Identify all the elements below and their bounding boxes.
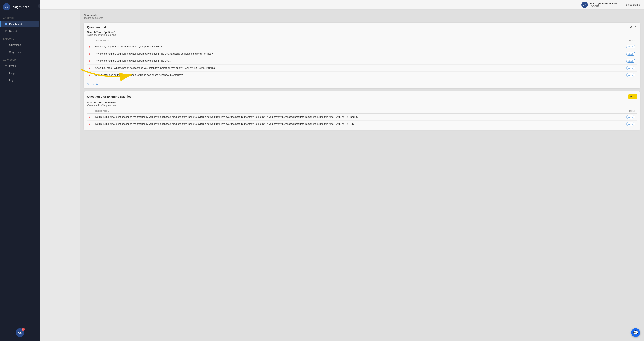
page-header: Comments Testing comments [84,13,640,19]
sidebar-bottom: CS 23 [0,326,40,341]
question-icon: ? [4,43,8,46]
table-row: ♥How many of your closest friends share … [87,43,637,50]
sidebar-item-profile[interactable]: Profile [1,62,39,69]
sidebar-item-segments[interactable]: Segments [1,49,39,55]
svg-text:CS: CS [5,5,8,8]
dashlet2-search-term: Search Term: "television" [87,101,637,104]
sidebar-avatar[interactable]: CS 23 [16,328,24,337]
question-description: [Matrix 1389] What best describes the fr… [93,121,613,128]
sidebar: CS InsightStore ‹ ANALYZE Dashboard Repo… [0,0,40,341]
civic-science-logo: CS [3,3,10,10]
segments-icon [4,50,8,54]
more-options-icon-2[interactable]: ⋮ [633,95,636,98]
sidebar-avatar-area[interactable]: CS 23 [0,326,40,339]
col-role-1: ROLE [588,38,637,43]
role-badge: Value [626,45,635,48]
question-description: How many of your closest friends share y… [93,43,588,50]
sidebar-section-analyze: ANALYZE [0,14,40,20]
dashlet1-type: Value and Profile questions [87,34,637,36]
table-row: ♥What do you see as the major reason for… [87,71,637,79]
dashlet2-type: Value and Profile questions [87,104,637,107]
role-badge: Value [626,115,635,119]
dashlet2-controls: ✥ ⋮ [628,94,637,99]
topbar-greeting: Hey, Cyn Sales Demo! [590,2,617,5]
favorite-icon[interactable]: ♥ [88,122,90,126]
sidebar-item-reports[interactable]: Reports [1,28,39,34]
dashlet2-meta: Search Term: "television" Value and Prof… [84,101,640,109]
topbar-avatar: CN [582,1,588,8]
sidebar-item-logout-label: Logout [9,79,17,82]
sidebar-item-reports-label: Reports [9,30,18,33]
table-row: ♥[Checkbox 4060] What types of podcasts … [87,64,637,71]
dashlet1-table-wrapper: DESCRIPTION ROLE ♥How many of your close… [84,38,640,81]
dashlet-question-list-example: Question List Example Dashlet ✥ ⋮ Search… [84,91,640,130]
avatar-badge: 23 [22,328,25,331]
sidebar-item-help[interactable]: ? Help [1,69,39,76]
question-description: [Checkbox 4060] What types of podcasts d… [93,64,588,71]
favorite-icon[interactable]: ♥ [88,115,90,119]
topbar-info: Hey, Cyn Sales Demo! LOGOUT ↪ [590,2,617,7]
chat-button[interactable]: 💬 [631,328,640,337]
dashlet2-highlighted-controls: ✥ ⋮ [628,94,637,99]
logout-icon [4,78,8,82]
topbar-divider [621,2,622,8]
sidebar-item-dashboard[interactable]: Dashboard [1,20,39,27]
favorite-icon[interactable]: ♥ [88,52,90,55]
more-options-icon[interactable]: ⋮ [634,25,637,29]
question-description: What do you see as the major reason for … [93,71,588,79]
col-role-2: ROLE [613,109,637,114]
table-row: ♥[Matrix 1389] What best describes the f… [87,113,637,121]
topbar: CN Hey, Cyn Sales Demo! LOGOUT ↪ Sales D… [40,0,644,9]
sidebar-item-logout[interactable]: Logout [1,77,39,83]
col-description-1: DESCRIPTION [93,38,588,43]
favorite-icon[interactable]: ♥ [88,45,90,48]
sidebar-section-explore: EXPLORE [0,35,40,41]
favorite-icon[interactable]: ♥ [88,73,90,76]
role-badge: Value [626,59,635,63]
col-description-2: DESCRIPTION [93,109,613,114]
dashlet1-controls: ✥ ⋮ [630,25,637,29]
question-role: Value [588,43,637,50]
role-badge: Value [626,122,635,126]
svg-rect-4 [4,24,6,25]
sidebar-item-segments-label: Segments [9,51,21,54]
question-description: How concerned are you right now about po… [93,50,588,57]
svg-rect-14 [4,53,8,53]
person-icon [4,64,8,67]
question-role: Value [588,64,637,71]
svg-text:?: ? [6,72,6,74]
dashlet2-title: Question List Example Dashlet [87,95,131,98]
question-description: [Matrix 1389] What best describes the fr… [93,113,613,121]
question-description: How concerned are you right now about po… [93,57,588,64]
favorite-icon[interactable]: ♥ [88,66,90,69]
help-icon: ? [4,71,8,74]
topbar-org-name: Sales Demo [626,3,640,6]
role-badge: Value [626,66,635,70]
chat-icon: 💬 [633,330,638,335]
dashlet1-meta: Search Term: "politics" Value and Profil… [84,31,640,38]
dashlet1-title: Question List [87,25,106,29]
sidebar-item-questions-label: Questions [9,43,21,46]
svg-rect-3 [6,22,8,24]
favorite-icon[interactable]: ♥ [88,59,90,62]
role-badge: Value [626,73,635,77]
topbar-logout-button[interactable]: LOGOUT ↪ [590,5,617,7]
see-full-list-link[interactable]: See full list [84,81,640,88]
page-subtitle: Testing comments [84,16,640,19]
file-icon [4,29,8,33]
dashlet2-header: Question List Example Dashlet ✥ ⋮ [84,91,640,101]
table-row: ♥How concerned are you right now about p… [87,50,637,57]
svg-rect-5 [6,24,8,25]
svg-text:?: ? [6,44,6,46]
grid-icon [4,22,8,25]
svg-rect-12 [4,51,8,51]
sidebar-item-questions[interactable]: ? Questions [1,41,39,48]
dashlet1-table: DESCRIPTION ROLE ♥How many of your close… [87,38,637,79]
main-content: Comments Testing comments Question List … [80,9,644,341]
move-icon[interactable]: ✥ [630,25,632,29]
question-role: Value [588,71,637,79]
svg-rect-13 [4,52,8,52]
move-icon-2[interactable]: ✥ [630,95,632,98]
table-row: ♥How concerned are you right now about p… [87,57,637,64]
dashlet-question-list: Question List ✥ ⋮ Search Term: "politics… [84,22,640,88]
